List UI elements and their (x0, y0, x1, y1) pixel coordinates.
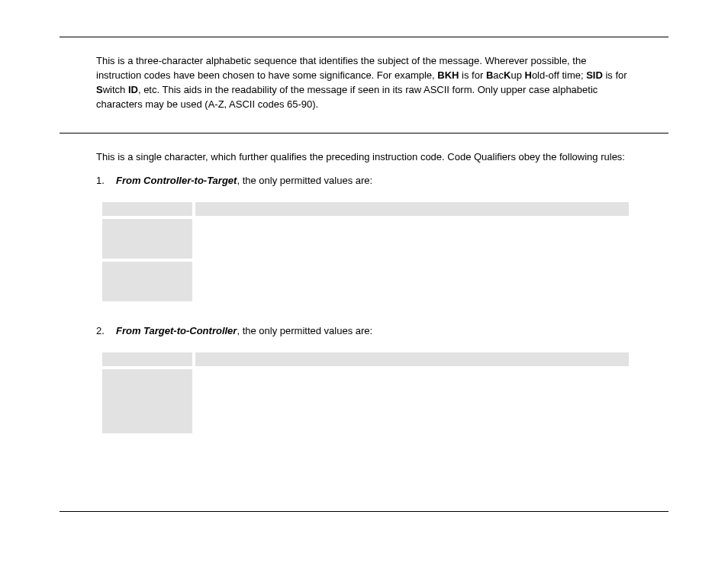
text: up (511, 69, 524, 81)
text: is for (459, 69, 485, 81)
header-cell-meaning (195, 202, 629, 216)
table-row (102, 262, 629, 301)
bottom-rule (60, 511, 668, 512)
b1: B (486, 69, 493, 81)
table-target-to-controller (99, 349, 632, 436)
list-item-1: 1. From Controller-to-Target, the only p… (96, 174, 632, 188)
b3: H (524, 69, 531, 81)
emph-lead: From Target-to-Controller (116, 325, 237, 336)
list-item-2: 2. From Target-to-Controller, the only p… (96, 324, 632, 339)
text: old-off time; (532, 69, 586, 81)
section-instruction-code: This is a three-character alphabetic seq… (60, 37, 668, 133)
b4: S (96, 84, 103, 95)
list-text: From Controller-to-Target, the only perm… (116, 174, 632, 188)
bkh: BKH (437, 69, 459, 81)
header-cell-code (102, 352, 192, 366)
table-row (102, 202, 629, 216)
text: ac (493, 69, 504, 81)
rest: , the only permitted values are: (237, 325, 372, 336)
emph-lead: From Controller-to-Target (116, 175, 237, 186)
list-number: 2. (96, 324, 116, 339)
sid: SID (586, 69, 603, 81)
section-code-qualifier: This is a single character, which furthe… (60, 134, 668, 473)
cell-code (102, 219, 192, 259)
header-cell-code (102, 202, 192, 216)
header-cell-meaning (195, 352, 629, 366)
table-controller-to-target (99, 199, 632, 304)
b5: ID (128, 84, 138, 95)
footer-gap (60, 473, 668, 511)
instruction-code-paragraph: This is a three-character alphabetic seq… (96, 54, 632, 111)
list-number: 1. (96, 174, 116, 188)
page: This is a three-character alphabetic seq… (0, 0, 728, 550)
table-row (102, 352, 629, 366)
cell-code (102, 262, 192, 301)
text: is for (603, 69, 627, 81)
list-text: From Target-to-Controller, the only perm… (116, 324, 632, 339)
qualifier-intro: This is a single character, which furthe… (96, 150, 632, 165)
b2: K (504, 69, 511, 81)
rest: , the only permitted values are: (237, 175, 372, 186)
table-row (102, 219, 629, 259)
table-row (102, 369, 629, 433)
text: , etc. This aids in the readability of t… (96, 84, 598, 110)
cell-code (102, 369, 192, 433)
text: witch (103, 84, 128, 95)
